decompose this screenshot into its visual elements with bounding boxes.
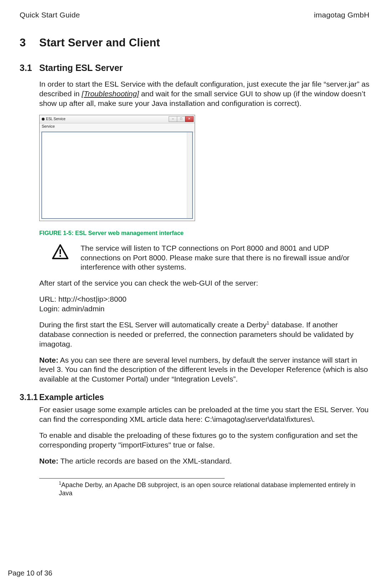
footnote: 1Apache Derby, an Apache DB subproject, …	[59, 481, 369, 498]
section-number: 3.1	[20, 63, 39, 73]
section-title: Starting ESL Server	[39, 63, 123, 73]
svg-rect-1	[60, 255, 61, 257]
note-xml: Note: The article records are based on t…	[39, 456, 369, 466]
after-start-text: After start of the service you can check…	[39, 278, 369, 288]
note-levels: Note: As you can see there are several l…	[39, 356, 369, 384]
esl-service-window-figure: ESL Service – □ ✕ Service ▴ ▾	[39, 115, 195, 221]
subsection-number: 3.1.1	[20, 393, 39, 402]
intro-paragraph: In order to start the ESL Service with t…	[39, 80, 369, 108]
header-right: imagotag GmbH	[314, 11, 370, 19]
footnote-number: 1	[59, 481, 61, 486]
window-title: ESL Service	[46, 117, 66, 121]
connection-info: URL: http://<host|ip>:8000 Login: admin/…	[39, 295, 369, 314]
example-articles-p1: For easier usage some example articles c…	[39, 405, 369, 424]
warning-icon	[39, 244, 68, 272]
scroll-up-icon: ▴	[187, 132, 192, 137]
chapter-heading: 3Start Server and Client	[20, 36, 369, 49]
troubleshooting-link[interactable]: [Troubleshooting]	[82, 90, 139, 98]
window-body: ▴ ▾	[41, 132, 193, 219]
scroll-down-icon: ▾	[187, 213, 192, 218]
chapter-title: Start Server and Client	[39, 36, 160, 49]
note-label-2: Note:	[39, 457, 58, 465]
maximize-button: □	[177, 116, 185, 122]
url-line: URL: http://<host|ip>:8000	[39, 295, 127, 303]
window-titlebar: ESL Service – □ ✕	[40, 115, 195, 123]
login-line: Login: admin/admin	[39, 305, 104, 313]
section-3-1-heading: 3.1Starting ESL Server	[20, 63, 369, 73]
header-left: Quick Start Guide	[20, 11, 80, 19]
chapter-number: 3	[20, 36, 39, 49]
page-number: Page 10 of 36	[8, 569, 52, 577]
note-label: Note:	[39, 356, 58, 364]
svg-rect-0	[60, 249, 61, 254]
footnote-mark: 1	[267, 320, 269, 326]
footnote-text: Apache Derby, an Apache DB subproject, i…	[59, 481, 355, 497]
section-3-1-1-heading: 3.1.1Example articles	[20, 393, 369, 402]
app-icon	[42, 118, 45, 121]
warning-callout: The service will listen to TCP connectio…	[39, 244, 369, 272]
warning-text: The service will listen to TCP connectio…	[81, 244, 369, 272]
window-menu: Service	[40, 123, 195, 132]
figure-caption: FIGURE 1-5: ESL Server web management in…	[39, 230, 369, 236]
subsection-title: Example articles	[39, 393, 104, 402]
example-articles-p2: To enable and disable the preloading of …	[39, 431, 369, 450]
footnote-rule	[39, 478, 225, 479]
derby-paragraph: During the first start the ESL Server wi…	[39, 320, 369, 349]
close-button: ✕	[185, 116, 194, 122]
page-header: Quick Start Guide imagotag GmbH	[20, 11, 369, 19]
minimize-button: –	[169, 116, 177, 122]
